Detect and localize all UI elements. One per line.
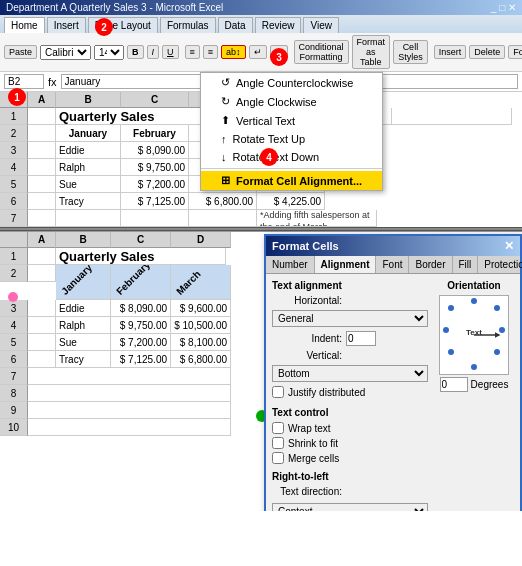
format-table-button[interactable]: Format as Table xyxy=(352,35,391,69)
bottom-row-num-9[interactable]: 9 xyxy=(0,402,28,419)
cell-d7[interactable] xyxy=(189,210,257,227)
bottom-b5[interactable]: Sue xyxy=(56,334,111,351)
dialog-tab-fill[interactable]: Fill xyxy=(453,256,479,273)
row-num-1[interactable]: 1 xyxy=(0,108,28,125)
format-button[interactable]: Format xyxy=(508,45,522,59)
dialog-tab-number[interactable]: Number xyxy=(266,256,315,273)
bottom-d4[interactable]: $ 10,500.00 xyxy=(171,317,231,334)
bottom-c2[interactable]: February xyxy=(111,265,171,300)
bottom-row-num-7[interactable]: 7 xyxy=(0,368,28,385)
cell-a2[interactable] xyxy=(28,125,56,142)
wrap-text-checkbox[interactable] xyxy=(272,422,284,434)
wrap-button[interactable]: ↵ xyxy=(249,45,267,59)
cell-b7[interactable] xyxy=(56,210,121,227)
cell-b4[interactable]: Ralph xyxy=(56,159,121,176)
align-left-button[interactable]: ≡ xyxy=(185,45,200,59)
bottom-a3[interactable] xyxy=(28,300,56,317)
merge-cells-checkbox[interactable] xyxy=(272,452,284,464)
cell-b2[interactable]: January xyxy=(56,125,121,142)
cell-b6[interactable]: Tracy xyxy=(56,193,121,210)
col-header-b[interactable]: B xyxy=(56,92,121,108)
bottom-c4[interactable]: $ 9,750.00 xyxy=(111,317,171,334)
bottom-b4[interactable]: Ralph xyxy=(56,317,111,334)
bottom-b3[interactable]: Eddie xyxy=(56,300,111,317)
cell-a6[interactable] xyxy=(28,193,56,210)
row-num-5[interactable]: 5 xyxy=(0,176,28,193)
cell-c3[interactable]: $ 8,090.00 xyxy=(121,142,189,159)
italic-button[interactable]: I xyxy=(147,45,160,59)
bottom-c3[interactable]: $ 8,090.00 xyxy=(111,300,171,317)
row-num-3[interactable]: 3 xyxy=(0,142,28,159)
bottom-b2[interactable]: January xyxy=(56,265,111,300)
underline-button[interactable]: U xyxy=(162,45,179,59)
bottom-d2[interactable]: March xyxy=(171,265,231,300)
bottom-row-num-6[interactable]: 6 xyxy=(0,351,28,368)
font-select[interactable]: Calibri xyxy=(40,45,91,60)
vertical-select[interactable]: Bottom xyxy=(272,365,428,382)
dialog-tab-border[interactable]: Border xyxy=(409,256,452,273)
cell-styles-button[interactable]: Cell Styles xyxy=(393,40,428,64)
cell-e6[interactable]: $ 4,225.00 xyxy=(257,193,325,210)
bottom-a5[interactable] xyxy=(28,334,56,351)
bottom-b7[interactable] xyxy=(28,368,231,385)
bottom-b8[interactable] xyxy=(28,385,231,402)
dialog-close-button[interactable]: ✕ xyxy=(504,239,514,253)
bottom-d5[interactable]: $ 8,100.00 xyxy=(171,334,231,351)
cell-d6[interactable]: $ 6,800.00 xyxy=(189,193,257,210)
row-num-6[interactable]: 6 xyxy=(0,193,28,210)
tab-review[interactable]: Review xyxy=(255,17,302,33)
align-center-button[interactable]: ≡ xyxy=(203,45,218,59)
bottom-row-num-5[interactable]: 5 xyxy=(0,334,28,351)
cell-a4[interactable] xyxy=(28,159,56,176)
text-direction-select[interactable]: Context xyxy=(272,503,428,511)
tab-home[interactable]: Home xyxy=(4,17,45,33)
bottom-row-num-4[interactable]: 4 xyxy=(0,317,28,334)
cell-c5[interactable]: $ 7,200.00 xyxy=(121,176,189,193)
tab-data[interactable]: Data xyxy=(218,17,253,33)
bottom-col-d[interactable]: D xyxy=(171,232,231,248)
bottom-a1[interactable] xyxy=(28,248,56,265)
bottom-b10[interactable] xyxy=(28,419,231,436)
dialog-tab-protection[interactable]: Protection xyxy=(478,256,522,273)
col-header-c[interactable]: C xyxy=(121,92,189,108)
paste-button[interactable]: Paste xyxy=(4,45,37,59)
bottom-b1[interactable]: Quarterly Sales xyxy=(56,248,226,265)
cell-e1[interactable] xyxy=(392,108,512,125)
col-header-a[interactable]: A xyxy=(28,92,56,108)
bottom-c5[interactable]: $ 7,200.00 xyxy=(111,334,171,351)
conditional-format-button[interactable]: Conditional Formatting xyxy=(294,40,349,64)
menu-rotate-down[interactable]: ↓ Rotate Text Down xyxy=(201,148,382,166)
bottom-b6[interactable]: Tracy xyxy=(56,351,111,368)
dialog-tab-font[interactable]: Font xyxy=(376,256,409,273)
delete-button[interactable]: Delete xyxy=(469,45,505,59)
bottom-row-num-1[interactable]: 1 xyxy=(0,248,28,265)
cell-c6[interactable]: $ 7,125.00 xyxy=(121,193,189,210)
bottom-col-b[interactable]: B xyxy=(56,232,111,248)
font-size-select[interactable]: 14 xyxy=(94,45,124,60)
tab-formulas[interactable]: Formulas xyxy=(160,17,216,33)
orientation-button[interactable]: ab↕ xyxy=(221,45,246,59)
tab-insert[interactable]: Insert xyxy=(47,17,86,33)
bottom-row-num-10[interactable]: 10 xyxy=(0,419,28,436)
bottom-col-a[interactable]: A xyxy=(28,232,56,248)
bottom-c6[interactable]: $ 7,125.00 xyxy=(111,351,171,368)
cell-c7[interactable] xyxy=(121,210,189,227)
menu-rotate-up[interactable]: ↑ Rotate Text Up xyxy=(201,130,382,148)
horizontal-select[interactable]: General xyxy=(272,310,428,327)
cell-reference-input[interactable] xyxy=(4,74,44,89)
bottom-row-num-3[interactable]: 3 xyxy=(0,300,28,317)
row-num-7[interactable]: 7 xyxy=(0,210,28,227)
bottom-d3[interactable]: $ 9,600.00 xyxy=(171,300,231,317)
bold-button[interactable]: B xyxy=(127,45,144,59)
bottom-row-num-8[interactable]: 8 xyxy=(0,385,28,402)
row-num-2[interactable]: 2 xyxy=(0,125,28,142)
row-num-4[interactable]: 4 xyxy=(0,159,28,176)
menu-angle-clockwise[interactable]: ↻ Angle Clockwise xyxy=(201,92,382,111)
bottom-a6[interactable] xyxy=(28,351,56,368)
cell-c2[interactable]: February xyxy=(121,125,189,142)
cell-a3[interactable] xyxy=(28,142,56,159)
dialog-tab-alignment[interactable]: Alignment xyxy=(315,256,377,273)
tab-view[interactable]: View xyxy=(303,17,339,33)
bottom-b9[interactable] xyxy=(28,402,231,419)
bottom-a4[interactable] xyxy=(28,317,56,334)
